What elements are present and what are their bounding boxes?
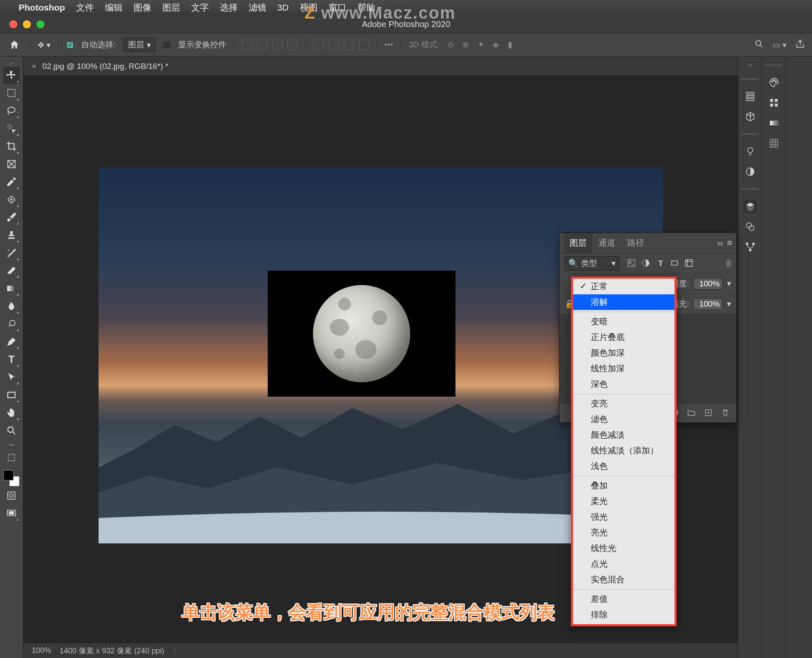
align-icons[interactable]	[242, 40, 298, 50]
document-tab[interactable]: 02.jpg @ 100% (02.jpg, RGB/16*) *	[42, 62, 168, 71]
distribute-icons[interactable]	[313, 40, 369, 50]
new-layer-icon[interactable]	[704, 409, 713, 418]
chevron-down-icon[interactable]: ▾	[727, 299, 731, 309]
panel-gradient-icon[interactable]	[768, 117, 780, 129]
blend-mode-item[interactable]: 颜色减淡	[573, 427, 675, 443]
zoom-level[interactable]: 100%	[32, 646, 51, 655]
filter-adjust-icon[interactable]	[642, 259, 651, 268]
move-tool[interactable]	[3, 67, 20, 84]
filter-toggle[interactable]	[726, 259, 731, 268]
panel-layers-icon[interactable]	[744, 200, 757, 213]
rectangle-tool[interactable]	[3, 387, 20, 403]
search-icon[interactable]	[754, 39, 764, 51]
panel-channels-icon[interactable]	[744, 220, 757, 233]
blend-mode-item[interactable]: 线性减淡（添加）	[573, 443, 675, 458]
marquee-tool[interactable]	[3, 85, 20, 101]
auto-select-checkbox[interactable]: ✓	[66, 41, 74, 49]
menu-layer[interactable]: 图层	[162, 2, 180, 14]
fill-input[interactable]: 100%	[693, 298, 723, 310]
color-swatches[interactable]	[3, 470, 19, 486]
lasso-tool[interactable]	[3, 102, 20, 119]
hand-tool[interactable]	[3, 404, 20, 421]
chevron-down-icon[interactable]: ▾	[727, 279, 731, 288]
info-arrow-icon[interactable]: 〉	[173, 646, 180, 656]
screenmode-tool[interactable]	[3, 505, 20, 522]
panel-3d-icon[interactable]	[744, 110, 757, 123]
app-name[interactable]: Photoshop	[19, 3, 65, 13]
blend-mode-item[interactable]: 变亮	[573, 396, 675, 411]
panel-bulb-icon[interactable]	[744, 145, 757, 158]
close-tab-icon[interactable]: ×	[32, 62, 36, 71]
panel-paths-icon[interactable]	[744, 241, 757, 253]
more-icon[interactable]: •••	[385, 40, 393, 49]
panel-pattern-icon[interactable]	[768, 137, 780, 150]
blend-mode-item[interactable]: 深色	[573, 376, 675, 392]
home-button[interactable]	[7, 37, 22, 52]
tab-channels[interactable]: 通道	[593, 233, 621, 253]
menu-filter[interactable]: 滤镜	[249, 2, 266, 14]
blend-mode-item[interactable]: 浅色	[573, 458, 675, 474]
type-tool[interactable]: T	[3, 351, 20, 368]
doc-info[interactable]: 1400 像素 x 932 像素 (240 ppi)	[60, 646, 164, 656]
blend-mode-item[interactable]: 溶解	[573, 294, 675, 310]
pen-tool[interactable]	[3, 333, 20, 350]
menu-file[interactable]: 文件	[76, 2, 94, 14]
blend-mode-item[interactable]: 点光	[573, 556, 675, 572]
eraser-tool[interactable]	[3, 262, 20, 279]
opacity-input[interactable]: 100%	[693, 278, 723, 290]
panel-menu-icon[interactable]: ≡	[727, 238, 732, 248]
quick-select-tool[interactable]	[3, 120, 20, 137]
moon-layer[interactable]	[268, 271, 455, 397]
blend-mode-item[interactable]: 线性光	[573, 540, 675, 556]
panel-history-icon[interactable]	[744, 90, 757, 103]
share-icon[interactable]	[795, 39, 805, 51]
crop-tool[interactable]	[3, 138, 20, 155]
maximize-button[interactable]	[36, 20, 44, 28]
blur-tool[interactable]	[3, 298, 20, 315]
blend-mode-item[interactable]: 线性加深	[573, 361, 675, 376]
panel-swatches-icon[interactable]	[768, 96, 780, 109]
close-button[interactable]	[9, 20, 17, 28]
filter-pixel-icon[interactable]	[627, 259, 636, 268]
blend-mode-item[interactable]: 差值	[573, 591, 675, 607]
zoom-tool[interactable]	[3, 422, 20, 439]
panel-contrast-icon[interactable]	[744, 165, 757, 178]
blend-mode-item[interactable]: 实色混合	[573, 572, 675, 587]
path-select-tool[interactable]	[3, 369, 20, 386]
blend-mode-item[interactable]: 亮光	[573, 525, 675, 540]
quickmask-tool[interactable]	[3, 487, 20, 504]
brush-tool[interactable]	[3, 209, 20, 226]
show-transform-checkbox[interactable]	[163, 41, 170, 49]
tab-paths[interactable]: 路径	[621, 233, 650, 253]
tab-layers[interactable]: 图层	[564, 233, 593, 253]
gradient-tool[interactable]	[3, 280, 20, 297]
folder-icon[interactable]	[687, 409, 697, 418]
auto-select-target[interactable]: 图层▾	[123, 38, 156, 52]
minimize-button[interactable]	[23, 20, 31, 28]
workspace-icon[interactable]: ▭ ▾	[773, 40, 787, 50]
blend-mode-item[interactable]: 滤色	[573, 411, 675, 427]
eyedropper-tool[interactable]	[3, 173, 20, 190]
panel-color-icon[interactable]	[768, 76, 780, 89]
blend-mode-item[interactable]: 强光	[573, 509, 675, 525]
dodge-tool[interactable]	[3, 315, 20, 332]
menu-edit[interactable]: 编辑	[105, 2, 123, 14]
menu-type[interactable]: 文字	[191, 2, 209, 14]
trash-icon[interactable]	[721, 409, 730, 418]
blend-mode-item[interactable]: 变暗	[573, 314, 675, 329]
filter-smart-icon[interactable]	[685, 259, 694, 268]
history-brush-tool[interactable]	[3, 244, 20, 261]
blend-mode-menu[interactable]: 正常溶解变暗正片叠底颜色加深线性加深深色变亮滤色颜色减淡线性减淡（添加）浅色叠加…	[571, 277, 677, 626]
filter-type-icon[interactable]: T	[656, 259, 665, 268]
panel-collapse-icon[interactable]: ››	[717, 238, 723, 248]
healing-tool[interactable]	[3, 191, 20, 208]
blend-mode-item[interactable]: 柔光	[573, 494, 675, 509]
menu-3d[interactable]: 3D	[277, 3, 289, 13]
menu-image[interactable]: 图像	[134, 2, 151, 14]
blend-mode-item[interactable]: 正常	[573, 279, 675, 294]
blend-mode-item[interactable]: 叠加	[573, 478, 675, 494]
filter-shape-icon[interactable]	[670, 259, 680, 268]
stamp-tool[interactable]	[3, 227, 20, 244]
edit-toolbar[interactable]	[3, 449, 20, 466]
blend-mode-item[interactable]: 颜色加深	[573, 345, 675, 361]
